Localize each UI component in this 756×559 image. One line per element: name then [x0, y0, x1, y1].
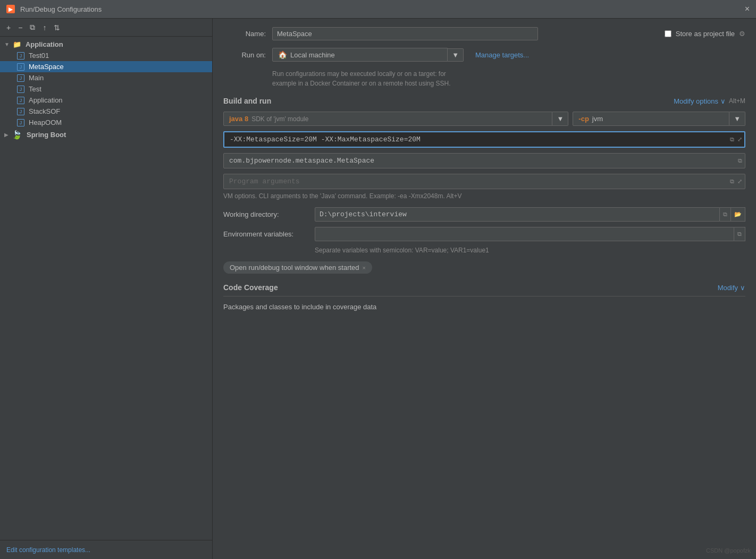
remove-config-button[interactable]: − — [16, 22, 24, 33]
java-dropdown[interactable]: java 8 SDK of 'jvm' module — [223, 112, 552, 126]
vm-options-row: ⧉ ⤢ — [223, 131, 745, 148]
tree-item-main[interactable]: J Main — [0, 72, 212, 83]
config-toolbar: + − ⧉ ↑ ⇅ — [0, 19, 212, 37]
tree-item-stacksof[interactable]: J StackSOF — [0, 106, 212, 117]
cp-dropdown-arrow[interactable]: ▼ — [729, 112, 745, 126]
main-class-icon[interactable]: ⧉ — [737, 156, 743, 165]
copy-config-button[interactable]: ⧉ — [28, 22, 37, 33]
modify-options-area: Modify options ∨ Alt+M — [674, 97, 745, 105]
code-coverage-header: Code Coverage Modify ∨ — [223, 283, 745, 297]
sort-config-button[interactable]: ⇅ — [52, 22, 62, 33]
tree-item-application[interactable]: J Application — [0, 95, 212, 106]
env-vars-input[interactable] — [315, 227, 734, 241]
run-on-dropdown-arrow[interactable]: ▼ — [448, 48, 464, 62]
tree-group-application[interactable]: ▼ 📁 Application — [0, 39, 212, 50]
tree-item-metaspace[interactable]: J MetaSpace — [0, 61, 212, 72]
prog-args-copy-icon[interactable]: ⧉ — [729, 177, 735, 186]
run-on-dropdown[interactable]: 🏠 Local machine ▼ — [272, 48, 464, 62]
settings-icon[interactable]: ⚙ — [739, 30, 745, 38]
modify-options-link[interactable]: Modify options ∨ — [674, 97, 726, 105]
working-directory-input-group: ⧉ 📂 — [315, 207, 745, 222]
tree-item-heapoom[interactable]: J HeapOOM — [0, 117, 212, 128]
edit-templates-section: Edit configuration templates... — [0, 540, 212, 559]
tree-item-label-main: Main — [29, 74, 44, 82]
expand-arrow-springboot: ▶ — [4, 132, 9, 138]
tag-close-button[interactable]: × — [363, 265, 366, 271]
build-run-title: Build and run — [223, 97, 271, 105]
tree-item-test01[interactable]: J Test01 — [0, 50, 212, 61]
app-icon: ▶ — [6, 5, 15, 13]
java-icon-stacksof: J — [17, 108, 24, 115]
vm-input-copy-icon[interactable]: ⧉ — [729, 135, 735, 144]
config-tree: ▼ 📁 Application J Test01 J MetaSpace — [0, 37, 212, 540]
close-button[interactable]: × — [745, 4, 750, 14]
name-input[interactable] — [272, 27, 538, 40]
code-coverage-modify-link[interactable]: Modify ∨ — [718, 284, 745, 292]
main-window: ▶ Run/Debug Configurations × + − ⧉ ↑ ⇅ ▼ — [0, 0, 756, 559]
prog-args-expand-icon[interactable]: ⤢ — [736, 177, 743, 186]
cp-dropdown-wrapper: -cp jvm ▼ — [573, 112, 745, 126]
tags-row: Open run/debug tool window when started … — [223, 261, 745, 274]
main-class-input[interactable] — [223, 153, 745, 168]
run-on-dropdown-btn[interactable]: 🏠 Local machine — [272, 48, 448, 62]
build-run-header: Build and run Modify options ∨ Alt+M — [223, 97, 745, 105]
vm-input-expand-icon[interactable]: ⤢ — [736, 135, 743, 144]
tree-item-label-test: Test — [29, 85, 41, 93]
java-dropdown-arrow[interactable]: ▼ — [552, 112, 568, 126]
java-icon-application: J — [17, 97, 24, 104]
title-bar: ▶ Run/Debug Configurations × — [0, 0, 756, 19]
working-dir-copy-icon[interactable]: ⧉ — [720, 207, 731, 222]
tree-item-label-metaspace: MetaSpace — [29, 63, 64, 71]
home-icon: 🏠 — [278, 50, 287, 59]
run-on-info-text: Run configurations may be executed local… — [272, 69, 745, 88]
main-class-row: ⧉ — [223, 153, 745, 168]
run-debug-tag: Open run/debug tool window when started … — [223, 261, 372, 274]
store-checkbox[interactable] — [665, 30, 671, 37]
move-config-button[interactable]: ↑ — [40, 22, 48, 33]
java-icon-metaspace: J — [17, 63, 24, 71]
modify-shortcut: Alt+M — [729, 97, 745, 105]
tree-group-label-springboot: Spring Boot — [27, 131, 66, 139]
store-checkbox-row: Store as project file ⚙ — [665, 30, 745, 38]
run-on-label: Run on: — [223, 51, 266, 59]
program-args-input[interactable] — [223, 174, 745, 189]
chevron-down-icon: ∨ — [720, 97, 726, 105]
tree-item-label-stacksof: StackSOF — [29, 107, 60, 115]
java-keyword: java 8 — [229, 115, 248, 123]
env-vars-input-group: ⧉ — [315, 227, 745, 241]
env-vars-label: Environment variables: — [223, 230, 308, 238]
sdk-text: SDK of 'jvm' module — [251, 115, 308, 123]
tree-item-test[interactable]: J Test — [0, 83, 212, 95]
tree-group-springboot[interactable]: ▶ 🍃 Spring Boot — [0, 128, 212, 141]
expand-arrow-application: ▼ — [4, 41, 10, 47]
cp-keyword: -cp — [578, 115, 589, 123]
tree-group-label-application: Application — [26, 40, 63, 48]
java-icon-main: J — [17, 74, 24, 82]
packages-text: Packages and classes to include in cover… — [223, 303, 745, 311]
java-sdk-row: java 8 SDK of 'jvm' module ▼ -cp jvm ▼ — [223, 112, 745, 126]
left-panel: + − ⧉ ↑ ⇅ ▼ 📁 Application J — [0, 19, 213, 559]
working-directory-input[interactable] — [315, 207, 720, 222]
working-dir-browse-icon[interactable]: 📂 — [731, 207, 745, 222]
name-label: Name: — [223, 30, 266, 38]
window-title: Run/Debug Configurations — [20, 5, 102, 13]
tree-item-label-test01: Test01 — [29, 52, 49, 60]
env-vars-edit-icon[interactable]: ⧉ — [734, 227, 745, 241]
tag-label: Open run/debug tool window when started — [230, 264, 359, 272]
java-dropdown-wrapper: java 8 SDK of 'jvm' module ▼ — [223, 112, 568, 126]
prog-args-icons: ⧉ ⤢ — [729, 177, 743, 186]
vm-options-input[interactable] — [223, 131, 745, 148]
cp-dropdown[interactable]: -cp jvm — [573, 112, 729, 126]
name-row: Name: Store as project file ⚙ — [223, 27, 745, 40]
add-config-button[interactable]: + — [4, 22, 13, 33]
folder-icon-application: 📁 — [13, 40, 21, 48]
vm-hint-text: VM options. CLI arguments to the 'Java' … — [223, 192, 745, 200]
store-checkbox-label: Store as project file — [676, 30, 735, 38]
modify-options-label: Modify options — [674, 97, 718, 105]
manage-targets-link[interactable]: Manage targets... — [475, 51, 529, 59]
right-panel: Name: Store as project file ⚙ Run on: 🏠 … — [213, 19, 756, 559]
tree-item-label-application: Application — [29, 96, 63, 104]
java-icon-heapoom: J — [17, 119, 24, 126]
jvm-text: jvm — [592, 115, 603, 123]
edit-templates-link[interactable]: Edit configuration templates... — [6, 546, 90, 554]
